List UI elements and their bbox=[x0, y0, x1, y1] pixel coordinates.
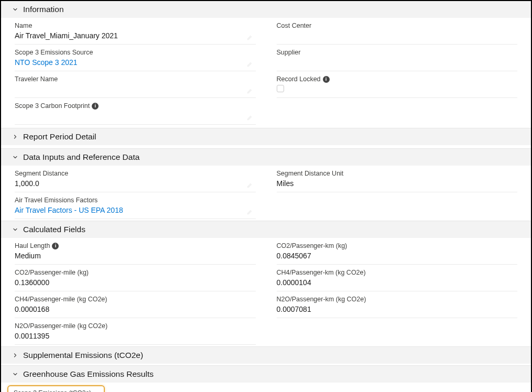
field-value-link[interactable]: Air Travel Factors - US EPA 2018 bbox=[15, 206, 256, 215]
field-label: Haul Length i bbox=[15, 242, 256, 249]
section-header-calculated[interactable]: Calculated Fields bbox=[1, 221, 531, 238]
ghg-results-body: Scope 3 Emissions (tCO2e) 0.1372 bbox=[1, 385, 531, 392]
label-text: Scope 3 Carbon Footprint bbox=[15, 102, 90, 110]
edit-icon[interactable] bbox=[246, 60, 254, 68]
field-label: Scope 3 Carbon Footprint i bbox=[15, 102, 256, 110]
data-inputs-body: Segment Distance 1,000.0 Air Travel Emis… bbox=[1, 166, 531, 219]
section-title: Report Period Detail bbox=[23, 132, 96, 141]
field-value bbox=[277, 31, 518, 41]
field-label: Name bbox=[15, 22, 256, 29]
field-value: 0.0007081 bbox=[277, 305, 518, 314]
label-text: Haul Length bbox=[15, 242, 50, 249]
field-value bbox=[277, 58, 518, 68]
edit-icon[interactable] bbox=[246, 181, 254, 189]
field-label: Record Locked i bbox=[277, 75, 518, 83]
field-value bbox=[277, 85, 518, 94]
field-scope3-source[interactable]: Scope 3 Emissions Source NTO Scope 3 202… bbox=[15, 45, 256, 71]
info-icon[interactable]: i bbox=[92, 103, 99, 110]
field-cost-center[interactable]: Cost Center bbox=[277, 18, 518, 45]
field-record-locked[interactable]: Record Locked i bbox=[277, 71, 518, 98]
edit-icon[interactable] bbox=[246, 114, 254, 121]
field-label: CH4/Passenger-km (kg CO2e) bbox=[277, 269, 518, 276]
field-label: CO2/Passenger-mile (kg) bbox=[15, 269, 256, 276]
field-value: Miles bbox=[277, 179, 518, 189]
field-label: N2O/Passenger-km (kg CO2e) bbox=[277, 296, 518, 303]
label-text: Record Locked bbox=[277, 75, 321, 83]
checkbox[interactable] bbox=[277, 85, 284, 92]
field-segment-distance-unit[interactable]: Segment Distance Unit Miles bbox=[277, 166, 518, 192]
field-value: Medium bbox=[15, 252, 256, 261]
information-body: Name Air Travel_Miami_January 2021 Scope… bbox=[1, 18, 531, 125]
field-label: CO2/Passenger-km (kg) bbox=[277, 242, 518, 249]
field-segment-distance[interactable]: Segment Distance 1,000.0 bbox=[15, 166, 256, 192]
section-header-supplemental[interactable]: Supplemental Emissions (tCO2e) bbox=[1, 346, 531, 364]
field-label: Cost Center bbox=[277, 22, 518, 29]
edit-icon[interactable] bbox=[246, 34, 254, 41]
field-label: Segment Distance Unit bbox=[277, 170, 518, 177]
field-label: Traveler Name bbox=[15, 75, 256, 83]
section-title: Supplemental Emissions (tCO2e) bbox=[23, 351, 143, 360]
info-icon[interactable]: i bbox=[52, 243, 59, 249]
field-co2-mile: CO2/Passenger-mile (kg) 0.1360000 bbox=[15, 265, 256, 291]
field-supplier[interactable]: Supplier bbox=[277, 45, 518, 71]
field-value-link[interactable]: NTO Scope 3 2021 bbox=[15, 58, 256, 68]
section-header-ghg-results[interactable]: Greenhouse Gas Emissions Results bbox=[1, 365, 531, 383]
field-value: 0.0000104 bbox=[277, 278, 518, 288]
chevron-right-icon bbox=[12, 133, 19, 140]
field-value: 1,000.0 bbox=[15, 179, 256, 189]
field-ch4-km: CH4/Passenger-km (kg CO2e) 0.0000104 bbox=[277, 265, 518, 291]
section-header-information[interactable]: Information bbox=[1, 1, 531, 18]
chevron-right-icon bbox=[12, 352, 19, 359]
field-label: Supplier bbox=[277, 49, 518, 56]
field-value: 0.0011395 bbox=[15, 332, 256, 341]
field-n2o-mile: N2O/Passenger-mile (kg CO2e) 0.0011395 bbox=[15, 318, 256, 345]
info-icon[interactable]: i bbox=[323, 76, 330, 83]
field-traveler-name[interactable]: Traveler Name bbox=[15, 71, 256, 98]
chevron-down-icon bbox=[12, 154, 19, 161]
field-value: Air Travel_Miami_January 2021 bbox=[15, 31, 256, 41]
field-value: 0.0845067 bbox=[277, 252, 518, 261]
field-value bbox=[15, 112, 256, 121]
field-haul-length: Haul Length i Medium bbox=[15, 238, 256, 265]
chevron-down-icon bbox=[12, 226, 19, 233]
section-header-report-period[interactable]: Report Period Detail bbox=[1, 128, 531, 145]
field-label: Segment Distance bbox=[15, 170, 256, 177]
edit-icon[interactable] bbox=[246, 208, 254, 215]
field-n2o-km: N2O/Passenger-km (kg CO2e) 0.0007081 bbox=[277, 291, 518, 318]
field-value bbox=[15, 85, 256, 94]
chevron-down-icon bbox=[12, 371, 19, 378]
section-title: Calculated Fields bbox=[23, 225, 85, 234]
field-label: Air Travel Emissions Factors bbox=[15, 197, 256, 204]
section-title: Information bbox=[23, 5, 64, 14]
field-label: Scope 3 Emissions (tCO2e) bbox=[14, 389, 99, 392]
field-co2-km: CO2/Passenger-km (kg) 0.0845067 bbox=[277, 238, 518, 265]
section-title: Data Inputs and Reference Data bbox=[23, 153, 139, 162]
edit-icon[interactable] bbox=[246, 87, 254, 94]
field-label: Scope 3 Emissions Source bbox=[15, 49, 256, 56]
section-title: Greenhouse Gas Emissions Results bbox=[23, 369, 154, 379]
section-header-data-inputs[interactable]: Data Inputs and Reference Data bbox=[1, 148, 531, 166]
field-label: N2O/Passenger-mile (kg CO2e) bbox=[15, 322, 256, 330]
field-ch4-mile: CH4/Passenger-mile (kg CO2e) 0.0000168 bbox=[15, 291, 256, 318]
field-label: CH4/Passenger-mile (kg CO2e) bbox=[15, 296, 256, 303]
field-value: 0.1360000 bbox=[15, 278, 256, 288]
field-carbon-footprint[interactable]: Scope 3 Carbon Footprint i bbox=[15, 98, 256, 125]
field-value: 0.0000168 bbox=[15, 305, 256, 314]
chevron-down-icon bbox=[12, 6, 19, 13]
field-emissions-factors[interactable]: Air Travel Emissions Factors Air Travel … bbox=[15, 192, 256, 219]
calculated-body: Haul Length i Medium CO2/Passenger-mile … bbox=[1, 238, 531, 345]
highlighted-scope3-emissions: Scope 3 Emissions (tCO2e) 0.1372 bbox=[7, 385, 105, 392]
field-name[interactable]: Name Air Travel_Miami_January 2021 bbox=[15, 18, 256, 45]
